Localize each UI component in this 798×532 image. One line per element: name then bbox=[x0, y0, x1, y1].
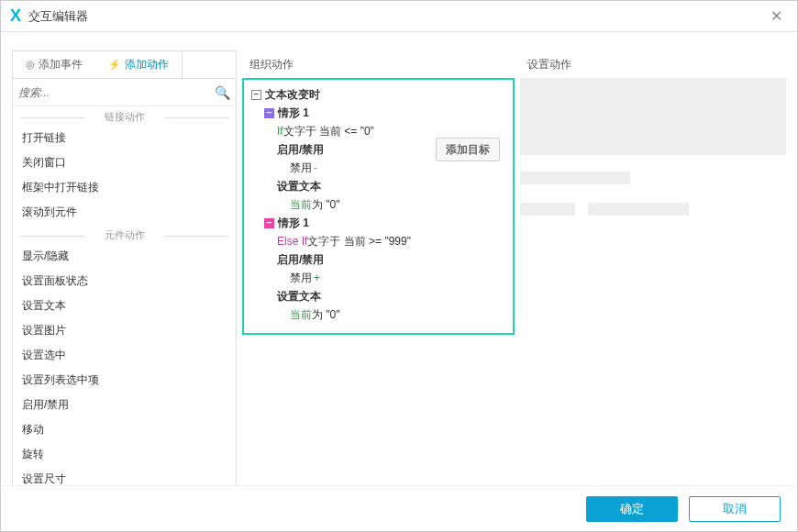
close-icon[interactable]: ✕ bbox=[765, 7, 788, 25]
config-placeholder-1 bbox=[520, 78, 786, 155]
ok-button[interactable]: 确定 bbox=[586, 496, 678, 522]
add-target-button[interactable]: 添加目标 bbox=[436, 138, 500, 161]
case-1-action-1[interactable]: 启用/禁用 添加目标 bbox=[251, 140, 505, 159]
search-icon[interactable]: 🔍 bbox=[215, 85, 230, 100]
case-2-action-1-detail[interactable]: 禁用+ bbox=[251, 269, 505, 287]
collapse-icon[interactable]: − bbox=[251, 90, 261, 100]
action-rotate[interactable]: 旋转 bbox=[13, 442, 236, 467]
group-header-link: 链接动作 bbox=[13, 110, 236, 124]
config-placeholder-4 bbox=[588, 203, 689, 216]
action-open-link[interactable]: 打开链接 bbox=[13, 126, 236, 150]
case-2-cond-text: 文字于 当前 >= "999" bbox=[307, 232, 411, 250]
tree-case-2[interactable]: − 情形 1 bbox=[251, 214, 505, 232]
config-placeholder-3 bbox=[520, 203, 575, 216]
case-1-cond-text: 文字于 当前 <= "0" bbox=[283, 122, 374, 140]
case-2-settext-rest: 为 "0" bbox=[312, 305, 340, 324]
group-header-widget: 元件动作 bbox=[13, 228, 236, 242]
footer: 确定 取消 bbox=[1, 485, 797, 531]
right-title: 设置动作 bbox=[520, 50, 786, 78]
tree-root[interactable]: − 文本改变时 bbox=[251, 85, 505, 104]
action-set-selected[interactable]: 设置选中 bbox=[13, 343, 236, 368]
action-tree: − 文本改变时 − 情形 1 If 文字于 当前 <= "0" 启用/禁用 添加… bbox=[242, 78, 515, 335]
action-enable-disable[interactable]: 启用/禁用 bbox=[13, 393, 236, 417]
case-2-action-1[interactable]: 启用/禁用 bbox=[251, 250, 505, 269]
cancel-button[interactable]: 取消 bbox=[689, 496, 781, 522]
window-title: 交互编辑器 bbox=[28, 8, 88, 25]
titlebar: X 交互编辑器 ✕ bbox=[1, 1, 797, 32]
action-scroll-to[interactable]: 滚动到元件 bbox=[13, 200, 236, 225]
config-placeholder-2 bbox=[520, 172, 630, 184]
case-2-action-2[interactable]: 设置文本 bbox=[251, 287, 505, 305]
main-area: ◎ 添加事件 ⚡ 添加动作 🔍 链接动作 打开链接 关闭窗口 框架中打开链接 滚… bbox=[1, 32, 797, 485]
action-open-in-frame[interactable]: 框架中打开链接 bbox=[13, 175, 236, 200]
tab-add-action[interactable]: ⚡ 添加动作 bbox=[95, 51, 183, 78]
action-set-size[interactable]: 设置尺寸 bbox=[13, 467, 236, 485]
case-1-settext-rest: 为 "0" bbox=[312, 195, 340, 214]
action-set-text[interactable]: 设置文本 bbox=[13, 294, 236, 318]
case-2-action-2-label: 设置文本 bbox=[277, 287, 321, 305]
case-1-action-2[interactable]: 设置文本 bbox=[251, 177, 505, 195]
current-keyword: 当前 bbox=[290, 195, 312, 214]
left-panel: ◎ 添加事件 ⚡ 添加动作 🔍 链接动作 打开链接 关闭窗口 框架中打开链接 滚… bbox=[12, 50, 237, 485]
action-set-list-selected[interactable]: 设置列表选中项 bbox=[13, 368, 236, 393]
dash-icon: - bbox=[314, 159, 317, 177]
case-1-action-1-label: 启用/禁用 bbox=[277, 140, 324, 159]
if-keyword: If bbox=[277, 122, 283, 140]
case-1-action-2-detail[interactable]: 当前 为 "0" bbox=[251, 195, 505, 214]
event-icon: ◎ bbox=[26, 59, 35, 71]
mid-panel: 组织动作 − 文本改变时 − 情形 1 If 文字于 当前 <= "0" 启用/… bbox=[242, 50, 515, 485]
action-set-image[interactable]: 设置图片 bbox=[13, 318, 236, 343]
tree-root-label: 文本改变时 bbox=[265, 85, 320, 104]
case-1-action-2-label: 设置文本 bbox=[277, 177, 321, 195]
right-panel: 设置动作 bbox=[520, 50, 786, 485]
tab-add-action-label: 添加动作 bbox=[125, 57, 169, 72]
lightning-icon: ⚡ bbox=[108, 59, 121, 71]
disable-label: 禁用 bbox=[290, 159, 312, 177]
tree-case-1[interactable]: − 情形 1 bbox=[251, 104, 505, 122]
case-1-action-1-detail[interactable]: 禁用- bbox=[251, 159, 505, 177]
action-set-panel[interactable]: 设置面板状态 bbox=[13, 269, 236, 294]
tab-add-event[interactable]: ◎ 添加事件 bbox=[13, 51, 95, 78]
collapse-icon[interactable]: − bbox=[264, 108, 274, 118]
search-input[interactable] bbox=[18, 86, 215, 99]
action-close-window[interactable]: 关闭窗口 bbox=[13, 150, 236, 175]
mid-title: 组织动作 bbox=[242, 50, 515, 78]
app-logo-icon: X bbox=[10, 6, 21, 26]
case-2-action-2-detail[interactable]: 当前 为 "0" bbox=[251, 305, 505, 324]
collapse-icon[interactable]: − bbox=[264, 218, 274, 228]
left-tabs: ◎ 添加事件 ⚡ 添加动作 bbox=[13, 51, 236, 79]
case-2-action-1-label: 启用/禁用 bbox=[277, 250, 324, 269]
search-box: 🔍 bbox=[13, 79, 236, 106]
current-keyword-2: 当前 bbox=[290, 305, 312, 324]
tab-add-event-label: 添加事件 bbox=[39, 57, 83, 72]
case-2-label: 情形 1 bbox=[278, 214, 309, 232]
case-2-condition[interactable]: Else If 文字于 当前 >= "999" bbox=[251, 232, 505, 250]
action-show-hide[interactable]: 显示/隐藏 bbox=[13, 244, 236, 269]
plus-icon: + bbox=[314, 269, 320, 287]
disable-label-2: 禁用 bbox=[290, 269, 312, 287]
action-move[interactable]: 移动 bbox=[13, 417, 236, 442]
action-list: 链接动作 打开链接 关闭窗口 框架中打开链接 滚动到元件 元件动作 显示/隐藏 … bbox=[13, 106, 236, 485]
elseif-keyword: Else If bbox=[277, 232, 307, 250]
case-1-label: 情形 1 bbox=[278, 104, 309, 122]
